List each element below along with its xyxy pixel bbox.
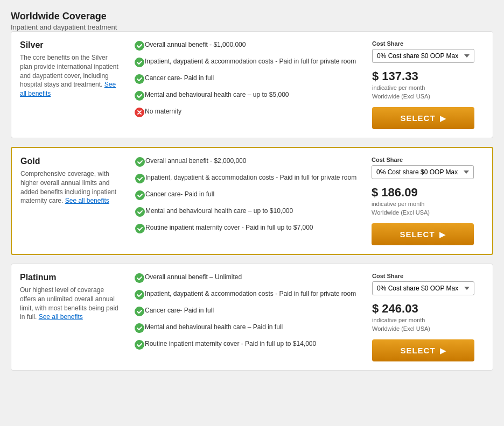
select-button-arrow-icon: ▶ — [439, 230, 446, 239]
svg-point-7 — [135, 190, 145, 200]
check-circle-icon — [135, 190, 145, 202]
plan-benefits-gold: Overall annual benefit - $2,000,000 Inpa… — [128, 157, 365, 245]
cost-share-label: Cost Share — [372, 157, 403, 163]
plan-pricing-gold: Cost Share0% Cost share $0 OOP Max10% Co… — [365, 157, 484, 245]
price-period: indicative per month — [372, 84, 425, 91]
plan-info-gold: GoldComprehensive coverage, with higher … — [20, 157, 128, 245]
benefit-text: Routine inpatient maternity cover - Paid… — [145, 223, 313, 232]
benefit-item: Cancer care- Paid in full — [134, 74, 359, 86]
x-circle-icon — [134, 107, 145, 119]
benefit-item: Inpatient, daypatient & accommodation co… — [134, 289, 359, 302]
svg-point-0 — [135, 41, 144, 51]
plan-description-silver: The core benefits on the Silver plan pro… — [20, 53, 121, 98]
plan-name-silver: Silver — [20, 40, 121, 50]
benefit-item: Routine inpatient maternity cover - Paid… — [134, 339, 359, 352]
price-region: Worldwide (Excl USA) — [372, 93, 430, 100]
price-amount: $ 137.33 — [372, 69, 418, 83]
benefit-item: Inpatient, daypatient & accommodation co… — [134, 57, 359, 69]
select-button-platinum[interactable]: SELECT▶ — [372, 339, 474, 361]
plan-card-gold: GoldComprehensive coverage, with higher … — [11, 147, 493, 255]
page-subtitle: Inpatient and daypatient treatment — [11, 23, 493, 31]
plan-info-platinum: PlatinumOur highest level of coverage of… — [20, 273, 128, 361]
select-button-label: SELECT — [400, 113, 435, 123]
cost-share-select-gold[interactable]: 0% Cost share $0 OOP Max10% Cost share $… — [372, 165, 474, 179]
benefit-text: Mental and behavioural health care – up … — [145, 90, 289, 100]
price-period: indicative per month — [372, 317, 425, 323]
benefit-text: Overall annual benefit – Unlimited — [145, 273, 242, 282]
check-circle-icon — [134, 90, 145, 103]
plan-info-silver: SilverThe core benefits on the Silver pl… — [20, 40, 128, 129]
svg-point-10 — [135, 273, 144, 283]
cost-share-label: Cost Share — [372, 273, 403, 279]
benefit-item: Mental and behavioural health care – Pai… — [134, 323, 359, 335]
select-button-arrow-icon: ▶ — [440, 346, 446, 355]
cost-share-select-silver[interactable]: 0% Cost share $0 OOP Max10% Cost share $… — [372, 49, 474, 63]
check-circle-icon — [134, 74, 145, 86]
check-circle-icon — [134, 289, 145, 302]
svg-point-1 — [135, 58, 144, 67]
check-circle-icon — [134, 306, 145, 318]
svg-point-2 — [135, 74, 144, 84]
benefit-text: Overall annual benefit - $2,000,000 — [145, 157, 246, 166]
svg-point-6 — [135, 174, 145, 183]
plan-see-all-link-platinum[interactable]: See all benefits — [39, 313, 83, 321]
benefit-text: Inpatient, daypatient & accommodation co… — [145, 289, 356, 299]
benefit-item: Inpatient, daypatient & accommodation co… — [135, 173, 359, 186]
benefit-item: Mental and behavioural health care – up … — [134, 90, 359, 103]
svg-point-5 — [135, 157, 145, 167]
page-title: Worldwide Coverage — [11, 11, 493, 22]
check-circle-icon — [135, 157, 145, 169]
benefit-item: Cancer care- Paid in full — [134, 306, 359, 318]
plan-benefits-silver: Overall annual benefit - $1,000,000 Inpa… — [128, 40, 366, 129]
price-period: indicative per month — [372, 201, 424, 207]
check-circle-icon — [134, 40, 145, 53]
benefit-item: Overall annual benefit – Unlimited — [134, 273, 359, 285]
benefit-item: Routine inpatient maternity cover - Paid… — [135, 223, 359, 236]
check-circle-icon — [135, 223, 145, 236]
check-circle-icon — [134, 339, 145, 352]
check-circle-icon — [134, 273, 145, 285]
check-circle-icon — [135, 207, 145, 219]
plan-description-gold: Comprehensive coverage, with higher over… — [20, 169, 122, 205]
select-button-gold[interactable]: SELECT▶ — [372, 223, 474, 245]
plan-see-all-link-silver[interactable]: See all benefits — [20, 81, 116, 97]
svg-point-9 — [135, 224, 145, 233]
svg-point-8 — [135, 207, 145, 217]
svg-point-11 — [135, 290, 144, 300]
plan-pricing-platinum: Cost Share0% Cost share $0 OOP Max10% Co… — [366, 273, 484, 361]
benefit-text: Mental and behavioural health care – Pai… — [145, 323, 283, 332]
benefit-text: Overall annual benefit - $1,000,000 — [145, 40, 246, 49]
svg-point-3 — [135, 91, 144, 101]
select-button-label: SELECT — [400, 230, 435, 239]
price-region: Worldwide (Excl USA) — [372, 209, 430, 216]
benefit-item: Overall annual benefit - $1,000,000 — [134, 40, 359, 53]
benefit-text: Cancer care- Paid in full — [145, 190, 214, 199]
benefit-item: Mental and behavioural health care – up … — [135, 207, 359, 219]
price-region: Worldwide (Excl USA) — [372, 325, 430, 332]
benefit-text: Routine inpatient maternity cover - Paid… — [145, 339, 316, 349]
plan-name-platinum: Platinum — [20, 273, 121, 282]
benefit-text: Cancer care- Paid in full — [145, 306, 214, 315]
plan-see-all-link-gold[interactable]: See all benefits — [65, 197, 109, 204]
cost-share-select-platinum[interactable]: 0% Cost share $0 OOP Max10% Cost share $… — [372, 281, 474, 295]
svg-point-13 — [135, 323, 144, 333]
plans-container: SilverThe core benefits on the Silver pl… — [11, 31, 493, 371]
select-button-label: SELECT — [400, 346, 435, 355]
plan-card-platinum: PlatinumOur highest level of coverage of… — [11, 264, 493, 371]
select-button-arrow-icon: ▶ — [440, 114, 446, 123]
check-circle-icon — [134, 57, 145, 69]
benefit-text: No maternity — [145, 107, 181, 116]
price-amount: $ 186.09 — [372, 186, 418, 200]
benefit-text: Cancer care- Paid in full — [145, 74, 214, 83]
benefit-text: Inpatient, daypatient & accommodation co… — [145, 57, 356, 66]
plan-description-platinum: Our highest level of coverage offers an … — [20, 286, 121, 322]
plan-pricing-silver: Cost Share0% Cost share $0 OOP Max10% Co… — [366, 40, 484, 129]
benefit-item: Cancer care- Paid in full — [135, 190, 359, 202]
check-circle-icon — [134, 323, 145, 335]
svg-point-12 — [135, 307, 144, 316]
plan-card-silver: SilverThe core benefits on the Silver pl… — [11, 31, 493, 138]
select-button-silver[interactable]: SELECT▶ — [372, 107, 474, 129]
plan-name-gold: Gold — [20, 157, 122, 166]
plan-benefits-platinum: Overall annual benefit – Unlimited Inpat… — [128, 273, 366, 361]
svg-point-14 — [135, 340, 144, 350]
